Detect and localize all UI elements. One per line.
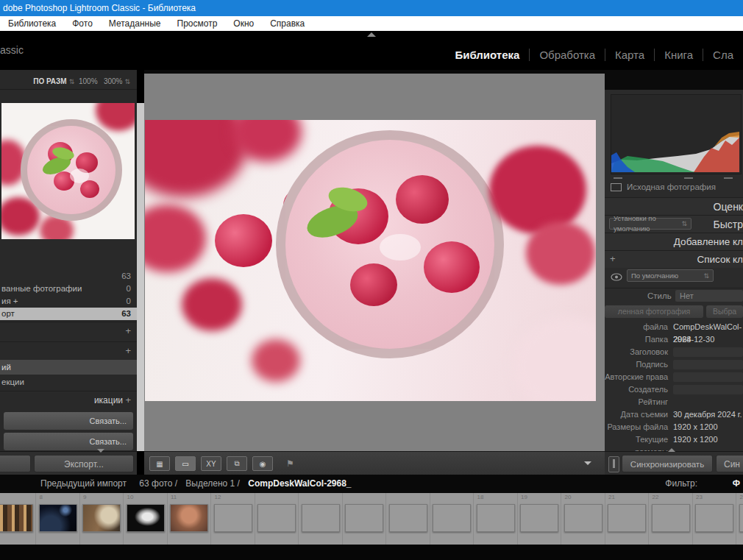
collapse-left-panel-icon[interactable]: [97, 449, 104, 453]
loupe-view-icon[interactable]: ▭: [175, 456, 196, 471]
collection-item[interactable]: ий: [0, 360, 137, 375]
people-view-icon[interactable]: ◉: [252, 456, 273, 471]
zoom-stepper-icon[interactable]: [67, 77, 77, 85]
filmstrip-thumbnail-woman[interactable]: [608, 504, 646, 532]
filmstrip-cell[interactable]: 19: [518, 493, 561, 545]
filmstrip-thumbnail-orchid[interactable]: [214, 504, 252, 532]
menu-library[interactable]: Библиотека: [0, 16, 64, 31]
toolbar-options-caret[interactable]: [584, 461, 591, 465]
module-library[interactable]: Библиотека: [445, 49, 529, 61]
publish-services-header[interactable]: икации +: [0, 391, 137, 409]
style-value-dropdown[interactable]: Нет: [675, 290, 743, 302]
filmstrip-cell[interactable]: 22: [650, 493, 693, 545]
filmstrip-cell[interactable]: 24: [737, 493, 743, 545]
quickdev-preset-dropdown[interactable]: Установки по умолчанию: [609, 218, 692, 230]
source-photo-row[interactable]: Исходная фотография: [611, 182, 716, 191]
grid-view-icon[interactable]: ▦: [149, 456, 170, 471]
filmstrip-cell[interactable]: 21: [605, 493, 649, 545]
add-publish-icon[interactable]: +: [125, 391, 131, 409]
status-source[interactable]: Предыдущий импорт: [40, 478, 127, 489]
navigator-preview[interactable]: [1, 103, 135, 239]
compare-view-icon[interactable]: XY: [201, 456, 221, 471]
collection-item[interactable]: екции: [0, 375, 137, 389]
filmstrip-thumbnail-girl-cat[interactable]: [82, 504, 121, 532]
publish-service-row[interactable]: Связать...: [4, 433, 133, 450]
add-folder-icon[interactable]: +: [125, 322, 131, 340]
filter-presets[interactable]: Ф: [733, 475, 740, 493]
filmstrip-thumbnail-drink[interactable]: [739, 504, 743, 532]
keyword-filter-dropdown[interactable]: По умолчанию: [627, 269, 714, 282]
filmstrip-thumbnail-hidden[interactable]: [433, 504, 471, 532]
catalog-row[interactable]: ванные фотографии0: [0, 283, 137, 295]
folders-panel-header[interactable]: +: [0, 322, 137, 340]
zoom-300-button[interactable]: 300%: [104, 77, 123, 85]
catalog-row-previous-import[interactable]: орт63: [0, 308, 137, 320]
filmstrip-cell[interactable]: [299, 493, 343, 545]
loupe-canvas[interactable]: [144, 74, 605, 451]
shadow-clip-indicator[interactable]: [614, 177, 622, 179]
filmstrip-thumbnail-bottles[interactable]: [0, 504, 33, 532]
filmstrip-thumbnail-blonde[interactable]: [652, 504, 690, 532]
menu-photo[interactable]: Фото: [64, 16, 101, 31]
module-map[interactable]: Карта: [605, 49, 654, 61]
filmstrip-cell[interactable]: [387, 493, 430, 545]
photo-main[interactable]: [145, 120, 596, 401]
eye-icon[interactable]: [611, 271, 622, 284]
keyword-list-panel-header[interactable]: Список кл: [605, 250, 743, 268]
filmstrip-thumbnail-hidden[interactable]: [389, 504, 427, 532]
zoom-100-button[interactable]: 100%: [79, 77, 98, 85]
export-button[interactable]: Экспорт...: [34, 455, 134, 472]
module-slideshow[interactable]: Сла: [703, 49, 743, 61]
collapse-top-panel-icon[interactable]: [367, 32, 376, 37]
ratings-panel-header[interactable]: Оценк: [605, 197, 743, 215]
sync-settings-button[interactable]: Син: [716, 455, 743, 472]
sync-toggle-icon[interactable]: [608, 456, 619, 472]
filmstrip-thumbnail-cat[interactable]: [477, 504, 515, 532]
left-panel-scrollbar[interactable]: [137, 103, 144, 451]
flag-icon[interactable]: ⚑: [286, 458, 294, 469]
filmstrip-thumbnail-dalmatian[interactable]: [127, 504, 165, 532]
zoom-stepper-icon[interactable]: [122, 77, 132, 85]
filmstrip-cell[interactable]: 8: [37, 493, 80, 545]
histogram[interactable]: [611, 94, 742, 174]
add-collection-icon[interactable]: +: [125, 342, 131, 360]
filmstrip-cell[interactable]: 23: [693, 493, 736, 545]
menu-help[interactable]: Справка: [262, 16, 313, 31]
filmstrip-cell[interactable]: 10: [124, 493, 168, 545]
module-develop[interactable]: Обработка: [529, 49, 605, 61]
filmstrip-thumbnail-hidden[interactable]: [257, 504, 296, 532]
import-button[interactable]: [0, 455, 31, 472]
filmstrip-thumbnail-hidden[interactable]: [302, 504, 340, 532]
collapse-right-panel-icon[interactable]: [668, 448, 675, 452]
metadata-field[interactable]: [673, 360, 743, 369]
filmstrip-thumbnail-portrait[interactable]: [170, 504, 208, 532]
title-bar[interactable]: dobe Photoshop Lightroom Classic - Библи…: [0, 0, 743, 16]
survey-view-icon[interactable]: ⧉: [227, 456, 247, 471]
filmstrip-thumbnail-shepherd[interactable]: [564, 504, 602, 532]
filmstrip-thumbnail-drink[interactable]: [695, 504, 733, 532]
zoom-fit-button[interactable]: ПО РАЗМ: [33, 77, 66, 85]
metadata-field[interactable]: [673, 372, 743, 382]
selected-photo-tab[interactable]: ленная фотография: [605, 305, 703, 318]
filmstrip-thumbnail-hidden[interactable]: [345, 504, 383, 532]
highlight-clip-indicator[interactable]: [724, 177, 733, 179]
add-keyword-icon[interactable]: +: [610, 253, 616, 264]
menu-window[interactable]: Окно: [225, 16, 262, 31]
selected-photos-tab[interactable]: Выбра: [706, 305, 743, 318]
module-book[interactable]: Книга: [654, 49, 703, 61]
menu-view[interactable]: Просмотр: [169, 16, 226, 31]
filmstrip-cell[interactable]: 7: [0, 493, 36, 545]
filmstrip-cell[interactable]: 18: [474, 493, 518, 545]
filmstrip-cell[interactable]: 20: [562, 493, 605, 545]
collections-panel-header[interactable]: +: [0, 341, 137, 360]
filmstrip-cell[interactable]: 9: [80, 493, 124, 545]
filmstrip-thumbnail-pug[interactable]: [520, 504, 558, 532]
sync-button[interactable]: Синхронизировать: [622, 455, 713, 472]
filmstrip-cell[interactable]: [255, 493, 299, 545]
filmstrip-cell[interactable]: 11: [168, 493, 211, 545]
filmstrip-thumbnail-space[interactable]: [39, 504, 77, 532]
filmstrip-cell[interactable]: 12: [212, 493, 255, 545]
catalog-row[interactable]: 63: [0, 270, 137, 283]
filmstrip-cell[interactable]: [430, 493, 474, 545]
metadata-field[interactable]: [673, 347, 743, 357]
